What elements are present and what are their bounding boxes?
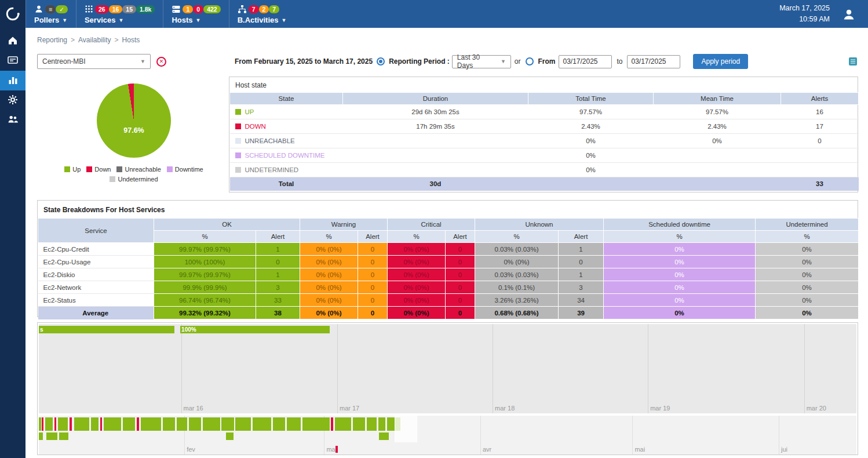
apply-period-button[interactable]: Apply period	[693, 54, 748, 69]
host-state-row: UP29d 6h 30m 25s97.57%97.57%16	[230, 105, 859, 119]
sidebar-item-configuration[interactable]	[0, 90, 25, 110]
sub-header-alert: Alert	[446, 231, 475, 243]
navigator-bar	[331, 417, 333, 431]
breadcrumb-reporting[interactable]: Reporting	[37, 36, 67, 44]
navigator-small-bar	[379, 432, 389, 440]
sidebar	[0, 28, 25, 458]
status-badge: 7	[249, 5, 259, 13]
timeline-gridline	[648, 324, 648, 413]
chevron-down-icon: ▼	[62, 17, 67, 23]
menu-bactivities[interactable]: 727 B.Activities ▼	[229, 0, 295, 28]
host-state-row: UNREACHABLE0%0%0	[230, 134, 859, 148]
status-badge: ≡	[45, 5, 56, 13]
navigator-axis-label: fev	[184, 446, 195, 453]
status-badge: 2	[259, 5, 269, 13]
navigator-bar	[367, 417, 377, 431]
chevron-down-icon: ▼	[496, 59, 506, 64]
menu-services[interactable]: 2616151.8k Services ▼	[76, 0, 163, 28]
column-header-warning: Warning	[300, 219, 388, 231]
legend-item: Down	[86, 166, 111, 173]
custom-period-radio[interactable]	[526, 57, 534, 66]
host-state-title: Host state	[229, 77, 858, 92]
menu-hosts[interactable]: 10422 Hosts ▼	[163, 0, 228, 28]
navigator-selection-handle[interactable]	[395, 416, 418, 442]
breakdown-average-row: Average99.32% (99.32%)380% (0%)00% (0%)0…	[38, 307, 859, 319]
from-date-input[interactable]	[559, 55, 612, 68]
filter-bar: Centreon-MBI ▼ ✕ From February 15, 2025 …	[37, 53, 858, 70]
sub-header-pct: %	[604, 231, 756, 243]
column-header-ok: OK	[154, 219, 300, 231]
clear-filter-icon[interactable]: ✕	[156, 57, 166, 67]
navigator-bar	[91, 417, 99, 431]
sidebar-item-administration[interactable]	[0, 110, 25, 130]
header-datetime: March 17, 2025 10:59 AM	[779, 3, 830, 26]
monitoring-icon	[8, 56, 18, 67]
navigator-bar	[100, 417, 103, 431]
user-icon[interactable]	[840, 5, 858, 23]
navigator-bar	[42, 417, 43, 431]
status-badge: 1.8k	[136, 5, 155, 13]
breakdown-group-header-row: Service OK Warning Critical Unknown Sche…	[38, 219, 859, 231]
column-header-state: State	[230, 93, 343, 105]
column-header-unknown: Unknown	[475, 219, 604, 231]
column-header-service: Service	[38, 219, 154, 243]
from-label: From	[538, 57, 555, 66]
status-badge: 26	[95, 5, 109, 13]
navigator-axis-label: avr	[480, 446, 491, 453]
reporting-period-radio[interactable]	[377, 57, 385, 66]
timeline-axis-label: mar 16	[181, 405, 203, 412]
column-header-mean-time: Mean Time	[654, 93, 781, 105]
timeline-gridline	[337, 324, 338, 413]
menu-pollers[interactable]: ≡✓ Pollers ▼	[25, 0, 76, 28]
navigator-bar	[70, 417, 72, 431]
sidebar-item-home[interactable]	[0, 31, 25, 51]
centreon-logo[interactable]	[0, 0, 25, 28]
chevron-down-icon: ▼	[118, 17, 123, 23]
chevron-down-icon: ▼	[281, 17, 286, 23]
navigator-axis-label: mai	[632, 446, 645, 453]
poller-icon	[34, 5, 43, 14]
date-range-text: From February 15, 2025 to March 17, 2025	[235, 57, 373, 66]
breakdown-table: Service OK Warning Critical Unknown Sche…	[38, 218, 859, 319]
breadcrumb-availability[interactable]: Availability	[78, 36, 111, 44]
period-select[interactable]: Last 30 Days ▼	[452, 55, 511, 68]
sidebar-item-monitoring[interactable]	[0, 51, 25, 71]
status-badge: 422	[203, 5, 221, 13]
status-badge: 7	[269, 5, 279, 13]
timeline-navigator[interactable]: fevmaravrmaijui	[39, 416, 856, 455]
availability-pie-section: 97.6% UpDownUnreachableDowntimeUndetermi…	[58, 83, 210, 183]
business-activities-icon	[238, 5, 247, 14]
navigator-bar	[104, 417, 121, 431]
navigator-bar	[378, 417, 386, 431]
navigator-bar	[235, 417, 251, 431]
or-label: or	[515, 57, 521, 66]
bar-chart-icon	[8, 75, 18, 86]
timeline-gridline	[804, 324, 805, 413]
navigator-bar	[141, 417, 161, 431]
breadcrumb-hosts[interactable]: Hosts	[122, 36, 140, 44]
export-icon[interactable]	[848, 57, 858, 66]
navigator-small-bar	[226, 432, 234, 440]
host-state-header-row: State Duration Total Time Mean Time Aler…	[230, 93, 859, 105]
breakdown-row: Ec2-Cpu-Usage100% (100%)00% (0%)00% (0%)…	[38, 256, 859, 268]
top-bar: ≡✓ Pollers ▼ 2616151.8k Services ▼	[0, 0, 868, 28]
sub-header-pct: %	[300, 231, 358, 243]
breadcrumb-separator: >	[71, 36, 75, 44]
sidebar-item-reporting[interactable]	[0, 71, 25, 90]
hosts-icon	[172, 5, 181, 14]
host-select[interactable]: Centreon-MBI ▼	[37, 54, 151, 69]
timeline-axis-label: mar 18	[493, 405, 515, 412]
navigator-bar	[353, 417, 365, 431]
sub-header-pct: %	[388, 231, 446, 243]
to-date-input[interactable]	[627, 55, 680, 68]
legend-item: Downtime	[167, 166, 203, 173]
timeline-axis-label: mar 17	[337, 405, 359, 412]
navigator-bar	[203, 417, 220, 431]
home-icon	[8, 35, 18, 47]
host-state-row: UNDETERMINED0%	[230, 163, 859, 177]
navigator-bar	[58, 417, 68, 431]
navigator-red-tick	[335, 446, 338, 453]
menu-hosts-label: Hosts	[172, 16, 192, 24]
pie-percentage-label: 97.6%	[123, 126, 144, 135]
timeline-axis-label: mar 19	[648, 405, 670, 412]
